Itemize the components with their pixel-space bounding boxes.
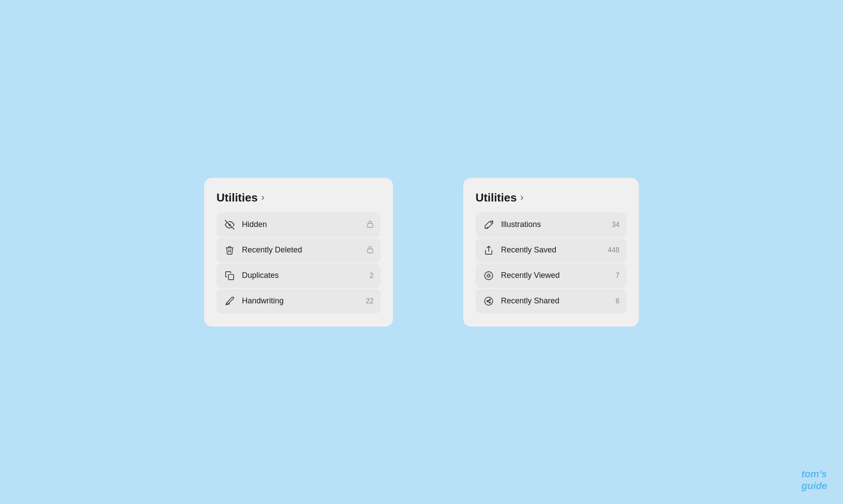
recently-saved-badge: 448: [608, 246, 620, 254]
brush-icon: [483, 219, 495, 231]
right-card-chevron: ›: [520, 192, 523, 203]
watermark-line2: guide: [801, 480, 827, 492]
illustrations-badge: 34: [612, 221, 620, 229]
recently-deleted-lock-icon: [367, 245, 374, 255]
copy-icon: [223, 270, 236, 282]
right-card: Utilities › Illustrations 34: [463, 178, 639, 327]
left-list-item-duplicates[interactable]: Duplicates 2: [216, 263, 381, 288]
illustrations-label: Illustrations: [501, 220, 608, 229]
watermark: tom's guide: [801, 468, 827, 492]
svg-point-8: [487, 274, 490, 277]
right-card-list: Illustrations 34 Recently Saved 448: [476, 212, 627, 313]
duplicates-label: Duplicates: [242, 271, 366, 280]
right-list-item-recently-viewed[interactable]: Recently Viewed 7: [476, 263, 627, 288]
left-card: Utilities › Hidden: [204, 178, 393, 327]
share-up-icon: [483, 244, 495, 256]
left-card-chevron: ›: [261, 192, 264, 203]
right-card-title: Utilities: [476, 191, 517, 205]
svg-rect-1: [367, 223, 373, 227]
recently-deleted-label: Recently Deleted: [242, 245, 363, 255]
right-list-item-illustrations[interactable]: Illustrations 34: [476, 212, 627, 237]
share-circle-icon: [483, 295, 495, 307]
handwriting-label: Handwriting: [242, 296, 362, 306]
svg-line-17: [488, 301, 489, 302]
recently-viewed-label: Recently Viewed: [501, 271, 612, 280]
handwriting-badge: 22: [366, 297, 374, 305]
duplicates-badge: 2: [370, 272, 374, 280]
recently-shared-label: Recently Shared: [501, 296, 612, 306]
left-card-title: Utilities: [216, 191, 258, 205]
left-card-header: Utilities ›: [216, 191, 381, 205]
svg-rect-2: [367, 249, 373, 253]
left-list-item-hidden[interactable]: Hidden: [216, 212, 381, 237]
right-card-header: Utilities ›: [476, 191, 627, 205]
hidden-lock-icon: [367, 220, 374, 230]
left-list-item-handwriting[interactable]: Handwriting 22: [216, 289, 381, 313]
trash-icon: [223, 244, 236, 256]
hidden-label: Hidden: [242, 220, 363, 229]
left-list-item-recently-deleted[interactable]: Recently Deleted: [216, 238, 381, 263]
eye-slash-icon: [223, 219, 236, 231]
svg-rect-3: [228, 274, 234, 280]
right-list-item-recently-saved[interactable]: Recently Saved 448: [476, 238, 627, 263]
panels-container: Utilities › Hidden: [204, 178, 639, 327]
svg-line-16: [488, 300, 489, 301]
pen-icon: [223, 295, 236, 307]
eye-circle-icon: [483, 270, 495, 282]
left-card-list: Hidden Recen: [216, 212, 381, 313]
recently-shared-badge: 6: [616, 297, 620, 305]
svg-line-5: [490, 222, 492, 223]
recently-viewed-badge: 7: [616, 272, 620, 280]
right-list-item-recently-shared[interactable]: Recently Shared 6: [476, 289, 627, 313]
svg-point-7: [485, 271, 493, 279]
recently-saved-label: Recently Saved: [501, 245, 604, 255]
watermark-line1: tom's: [801, 468, 827, 480]
